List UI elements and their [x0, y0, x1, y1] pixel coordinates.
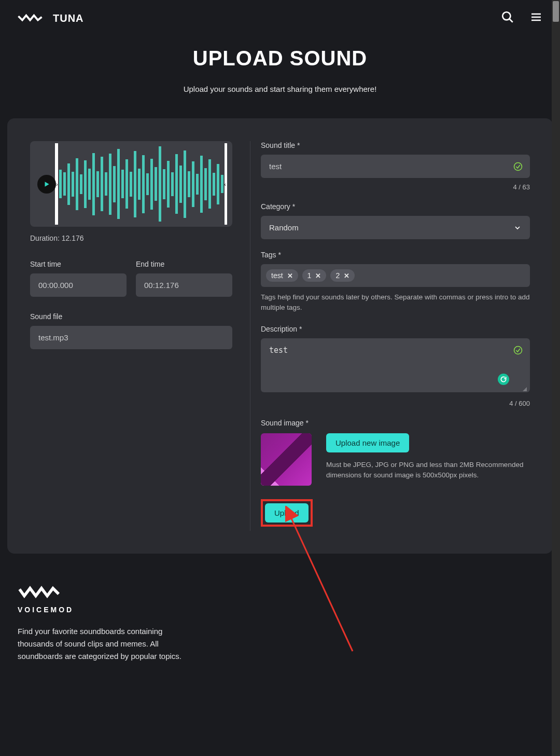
header: TUNA — [0, 0, 560, 36]
footer: VOICEMOD Find your favorite soundboards … — [0, 554, 218, 678]
chevron-left-icon: ‹ — [224, 181, 226, 187]
waveform-editor[interactable]: › ‹ — [30, 141, 232, 227]
tag-chip: 1✕ — [302, 269, 327, 282]
search-icon[interactable] — [501, 10, 514, 26]
check-circle-icon — [513, 346, 523, 355]
description-counter: 4 / 600 — [261, 400, 530, 407]
upload-card: › ‹ Duration: 12.176 Start time End time… — [7, 118, 553, 554]
brand-logo[interactable]: TUNA — [18, 12, 84, 24]
end-time-input[interactable] — [136, 273, 232, 297]
page-subtitle: Upload your sounds and start sharing the… — [0, 85, 560, 93]
footer-brand: VOICEMOD — [18, 606, 200, 614]
waveform-bars — [58, 143, 225, 225]
scrollbar-thumb[interactable] — [553, 1, 559, 22]
category-label: Category * — [261, 202, 530, 211]
logo-mark-icon — [18, 12, 49, 24]
tag-label: 2 — [335, 271, 340, 280]
resize-handle[interactable] — [522, 386, 527, 391]
svg-line-1 — [509, 19, 513, 22]
upload-button[interactable]: Upload — [265, 503, 309, 523]
title-input[interactable] — [261, 155, 530, 178]
svg-point-6 — [514, 162, 522, 170]
footer-text: Find your favorite soundboards containin… — [18, 625, 200, 663]
brand-name: TUNA — [53, 12, 84, 24]
description-input[interactable] — [261, 338, 530, 392]
tag-remove-icon[interactable]: ✕ — [344, 272, 349, 280]
upload-image-button[interactable]: Upload new image — [326, 433, 409, 452]
upload-button-highlight: Upload — [261, 499, 313, 527]
tags-input[interactable]: test✕1✕2✕ — [261, 264, 530, 287]
start-time-label: Start time — [30, 260, 127, 268]
duration-label: Duration: 12.176 — [30, 234, 232, 242]
title-counter: 4 / 63 — [261, 183, 530, 191]
image-info-text: Must be JPEG, JPG or PNG and less than 2… — [326, 460, 530, 482]
tag-label: test — [271, 271, 283, 280]
menu-icon[interactable] — [530, 11, 542, 25]
image-label: Sound image * — [261, 419, 530, 427]
description-label: Description * — [261, 325, 530, 333]
start-time-input[interactable] — [30, 273, 127, 297]
tag-remove-icon[interactable]: ✕ — [315, 272, 321, 280]
chevron-right-icon: › — [56, 181, 58, 187]
end-time-label: End time — [136, 260, 232, 268]
sound-image-thumbnail — [261, 433, 312, 486]
page-title: UPLOAD SOUND — [0, 47, 560, 70]
category-value: Random — [269, 223, 299, 232]
tags-label: Tags * — [261, 251, 530, 259]
title-label: Sound title * — [261, 141, 530, 149]
check-circle-icon — [513, 162, 523, 171]
svg-point-7 — [514, 346, 522, 354]
svg-point-0 — [502, 12, 510, 20]
sound-file-input[interactable] — [30, 326, 232, 349]
tag-remove-icon[interactable]: ✕ — [287, 272, 293, 280]
play-icon — [43, 181, 50, 188]
play-button[interactable] — [37, 175, 56, 194]
chevron-down-icon — [513, 224, 522, 232]
grammarly-icon[interactable] — [498, 374, 509, 385]
svg-marker-5 — [45, 182, 49, 186]
tag-chip: test✕ — [266, 269, 298, 282]
tag-label: 1 — [307, 271, 312, 280]
tags-hint: Tags help find your sounds later by othe… — [261, 292, 530, 313]
category-select[interactable]: Random — [261, 216, 530, 239]
sound-file-label: Sound file — [30, 312, 232, 321]
tag-chip: 2✕ — [330, 269, 355, 282]
footer-logo[interactable]: VOICEMOD — [18, 585, 200, 614]
scrollbar-track[interactable] — [552, 0, 560, 756]
